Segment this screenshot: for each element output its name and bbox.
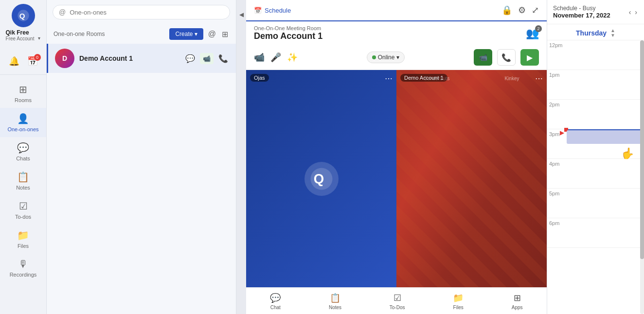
room-chat-button[interactable]: 💬	[184, 53, 196, 64]
red-tile-bg: SenderCuts Kinkey	[396, 70, 547, 287]
tab-apps[interactable]: ⊞ Apps	[504, 293, 531, 310]
time-row-5pm: 5pm	[547, 189, 644, 218]
lock-button[interactable]: 🔒	[501, 5, 512, 16]
calendar-btn[interactable]: 📅 0	[27, 56, 38, 67]
svg-text:Q: Q	[313, 171, 323, 186]
search-box[interactable]: @	[53, 5, 230, 19]
video-tile-demo: SenderCuts Kinkey Demo Account 1 ⋯	[396, 70, 547, 287]
create-button[interactable]: Create ▾	[169, 28, 203, 40]
schedule-icon: 📅	[254, 7, 262, 14]
collapse-panel-button[interactable]: ◀	[236, 0, 246, 29]
status-badge[interactable]: Online ▾	[367, 52, 405, 63]
time-slot-2pm	[567, 100, 644, 129]
time-label-12pm: 12pm	[547, 40, 567, 48]
current-time-arrow: ▶	[560, 129, 564, 136]
tile-label-demo: Demo Account 1	[400, 74, 447, 82]
camera-button[interactable]: 📹	[254, 52, 265, 63]
room-action-buttons: 💬 📹 📞	[184, 53, 229, 64]
video-call-button[interactable]: 📹	[474, 49, 492, 66]
scrollbar-thumb[interactable]	[640, 40, 644, 259]
middle-header: @	[47, 0, 236, 24]
tab-todos[interactable]: ☑ To-Dos	[382, 293, 413, 310]
sidebar-item-todos[interactable]: ☑ To-dos	[0, 195, 46, 225]
time-slot-4pm	[567, 159, 644, 188]
room-list-header: One-on-one Rooms Create ▾ @ ⊞	[47, 24, 236, 44]
busy-block	[567, 130, 643, 144]
time-slot-5pm	[567, 189, 644, 218]
schedule-label: 📅 Schedule	[254, 7, 291, 14]
notifications-btn[interactable]: 🔔	[9, 56, 19, 67]
sidebar-item-notes[interactable]: 📋 Notes	[0, 166, 46, 195]
participant-count: 2	[535, 25, 542, 32]
time-label-4pm: 4pm	[547, 159, 567, 167]
notes-tab-label: Notes	[329, 305, 341, 310]
apps-tab-icon: ⊞	[514, 293, 521, 303]
settings-button[interactable]: ⚙	[518, 5, 526, 16]
room-item[interactable]: D Demo Account 1 💬 📹 📞	[47, 44, 236, 73]
tile-menu-ojas[interactable]: ⋯	[385, 74, 393, 83]
room-actions: Create ▾ @ ⊞	[169, 28, 229, 40]
recordings-icon: 🎙	[18, 259, 28, 270]
sidebar-item-one-on-ones[interactable]: 👤 One-on-ones	[0, 108, 46, 137]
room-video-button[interactable]: 📹	[200, 53, 214, 64]
time-slot-6pm	[567, 218, 644, 247]
sidebar-label-chats: Chats	[16, 156, 30, 161]
chat-tab-label: Chat	[270, 305, 281, 310]
time-slot-1pm	[567, 70, 644, 99]
search-at-icon: @	[59, 8, 66, 16]
sidebar-item-recordings[interactable]: 🎙 Recordings	[0, 254, 46, 282]
tile-label-ojas: Ojas	[250, 74, 269, 82]
time-label-2pm: 2pm	[547, 100, 567, 107]
main-content: 📅 Schedule 🔒 ⚙ ⤢ One-On-One Meeting Room…	[246, 0, 547, 314]
meeting-controls: 📹 🎤 ✨ Online ▾ 📹 📞 ▶	[246, 45, 547, 70]
effects-button[interactable]: ✨	[287, 52, 298, 63]
time-slot-12pm	[567, 40, 644, 70]
sidebar-label-recordings: Recordings	[10, 272, 37, 278]
app-logo[interactable]: Q	[12, 4, 35, 27]
sidebar-item-chats[interactable]: 💬 Chats	[0, 137, 46, 166]
day-scroll-down[interactable]: ▼	[610, 33, 615, 38]
tab-files[interactable]: 📁 Files	[445, 293, 471, 310]
left-controls: 📹 🎤 ✨	[254, 52, 298, 63]
meeting-header: 📅 Schedule 🔒 ⚙ ⤢	[246, 0, 547, 21]
expand-button[interactable]: ⤢	[532, 5, 539, 16]
todos-icon: ☑	[19, 200, 28, 212]
schedule-header-title: Schedule - Busy	[553, 5, 610, 12]
right-panel: Schedule - Busy November 17, 2022 ‹ › Th…	[547, 0, 644, 314]
status-label: Online	[378, 54, 395, 61]
tab-chat[interactable]: 💬 Chat	[262, 293, 288, 310]
apps-tab-label: Apps	[512, 305, 523, 310]
room-name: Demo Account 1	[79, 54, 179, 62]
time-row-2pm: 2pm	[547, 100, 644, 129]
notes-tab-icon: 📋	[330, 293, 340, 303]
sidebar-item-rooms[interactable]: ⊞ Rooms	[0, 79, 46, 108]
time-row-1pm: 1pm	[547, 70, 644, 100]
play-button[interactable]: ▶	[520, 49, 539, 66]
app-dropdown-arrow[interactable]: ▾	[38, 35, 40, 41]
room-phone-button[interactable]: 📞	[217, 53, 229, 64]
left-sidebar: Q Qik Free Free Account ▾ 🔔 📅 0 ⊞ Rooms …	[0, 0, 47, 314]
schedule-prev-btn[interactable]: ‹	[628, 7, 632, 17]
status-dropdown-icon: ▾	[396, 54, 399, 61]
chat-tab-icon: 💬	[270, 293, 281, 303]
phone-call-button[interactable]: 📞	[497, 49, 516, 66]
participants-icon[interactable]: 👥 2	[526, 27, 539, 40]
sidebar-item-files[interactable]: 📁 Files	[0, 225, 46, 254]
avatar: D	[55, 49, 74, 68]
grid-button[interactable]: ⊞	[221, 29, 229, 40]
time-grid[interactable]: 12pm 1pm 2pm 3pm ▶	[547, 40, 644, 314]
time-label-1pm: 1pm	[547, 70, 567, 78]
files-tab-label: Files	[453, 305, 464, 310]
search-input[interactable]	[70, 9, 224, 16]
files-icon: 📁	[17, 229, 29, 241]
mic-button[interactable]: 🎤	[270, 52, 281, 63]
meeting-title: Demo Account 1	[254, 31, 322, 41]
schedule-next-btn[interactable]: ›	[634, 7, 638, 17]
mention-button[interactable]: @	[207, 29, 217, 39]
time-label-6pm: 6pm	[547, 218, 567, 226]
video-tile-ojas: Ojas ⋯ Q	[246, 70, 396, 287]
scrollbar-track[interactable]	[640, 40, 644, 314]
tab-notes[interactable]: 📋 Notes	[321, 293, 349, 310]
tile-menu-demo[interactable]: ⋯	[535, 74, 543, 83]
status-dot	[372, 55, 376, 59]
